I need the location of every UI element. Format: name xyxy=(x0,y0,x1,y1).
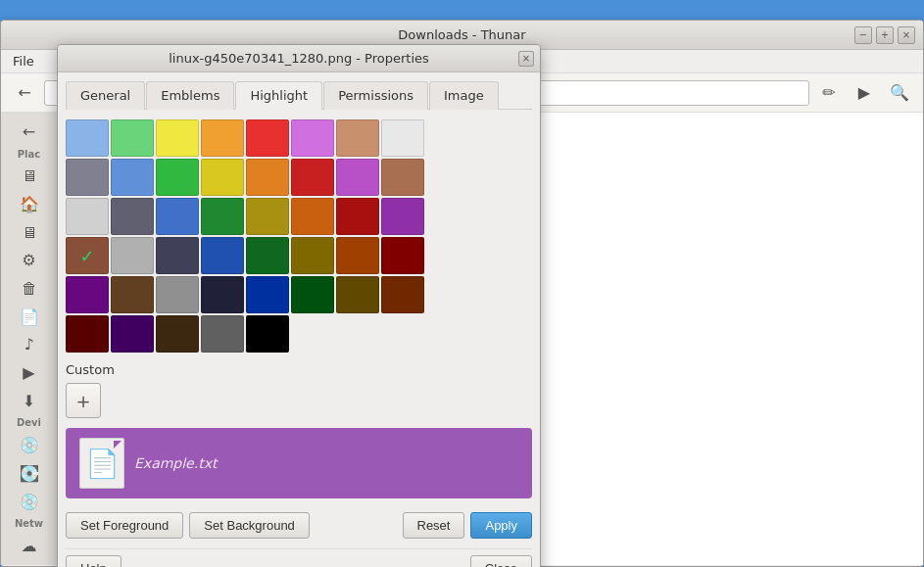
color-cell[interactable] xyxy=(156,119,199,157)
dialog-titlebar: linux-g450e70341_1280.png - Properties × xyxy=(58,45,540,72)
forward-button[interactable]: ▶ xyxy=(849,78,880,108)
color-cell[interactable] xyxy=(111,119,154,157)
sidebar-device3-icon[interactable]: 💿 xyxy=(1,489,57,515)
left-action-group: Set Foreground Set Background xyxy=(66,512,310,539)
sidebar-trash-icon[interactable]: 🗑 xyxy=(1,275,57,302)
custom-section: Custom + xyxy=(66,362,532,418)
color-cell[interactable] xyxy=(66,159,109,196)
preview-area: 📄 Example.txt xyxy=(66,428,532,498)
color-cell[interactable] xyxy=(381,159,424,196)
color-cell[interactable] xyxy=(336,237,379,274)
tab-image[interactable]: Image xyxy=(429,81,499,110)
color-cell[interactable] xyxy=(201,237,244,274)
dialog-close-footer-button[interactable]: Close xyxy=(470,555,532,567)
tab-general[interactable]: General xyxy=(66,81,145,110)
sidebar-device1-icon[interactable]: 💿 xyxy=(1,432,57,458)
back-button[interactable]: ← xyxy=(9,78,40,108)
color-cell[interactable] xyxy=(156,159,199,196)
color-cell[interactable] xyxy=(111,276,154,313)
color-cell[interactable] xyxy=(66,237,109,274)
reset-button[interactable]: Reset xyxy=(403,512,465,539)
color-cell[interactable] xyxy=(156,315,199,353)
window-controls: − + × xyxy=(854,26,915,44)
color-cell[interactable] xyxy=(336,119,379,157)
color-cell[interactable] xyxy=(66,315,109,353)
color-cell[interactable] xyxy=(201,276,244,313)
color-cell[interactable] xyxy=(381,198,424,235)
color-cell[interactable] xyxy=(291,198,334,235)
bottom-actions: Set Foreground Set Background Reset Appl… xyxy=(66,512,532,539)
sidebar-back-icon[interactable]: ← xyxy=(1,118,57,145)
add-custom-button[interactable]: + xyxy=(66,383,101,418)
maximize-button[interactable]: + xyxy=(876,26,894,44)
sidebar-device2-icon[interactable]: 💽 xyxy=(1,460,57,487)
color-cell[interactable] xyxy=(246,237,289,274)
color-cell[interactable] xyxy=(201,159,244,196)
color-cell[interactable] xyxy=(111,315,154,353)
thunar-title: Downloads - Thunar xyxy=(398,27,525,42)
color-cell[interactable] xyxy=(156,237,199,274)
color-cell[interactable] xyxy=(66,276,109,313)
places-label: Plac xyxy=(1,147,57,162)
dialog-body: General Emblems Highlight Permissions Im… xyxy=(58,72,540,567)
edit-button[interactable]: ✏ xyxy=(813,78,845,108)
help-button[interactable]: Help xyxy=(66,555,122,567)
devices-label: Devi xyxy=(1,415,57,430)
color-cell[interactable] xyxy=(336,198,379,235)
sidebar-home-icon[interactable]: 🏠 xyxy=(1,191,57,217)
preview-filename: Example.txt xyxy=(134,455,217,471)
dialog-title: linux-g450e70341_1280.png - Properties xyxy=(66,51,532,66)
color-cell[interactable] xyxy=(201,119,244,157)
color-cell[interactable] xyxy=(291,276,334,313)
color-cell[interactable] xyxy=(291,237,334,274)
file-menu[interactable]: File xyxy=(5,52,42,71)
set-background-button[interactable]: Set Background xyxy=(189,512,310,539)
color-cell[interactable] xyxy=(201,315,244,353)
color-cell[interactable] xyxy=(246,276,289,313)
tab-emblems[interactable]: Emblems xyxy=(146,81,234,110)
main-sidebar: ← Plac 🖥 🏠 🖥 ⚙ 🗑 📄 ♪ ▶ ⬇ Devi 💿 💽 💿 Netw… xyxy=(1,113,58,565)
color-cell[interactable] xyxy=(156,276,199,313)
color-cell[interactable] xyxy=(111,237,154,274)
color-cell[interactable] xyxy=(111,198,154,235)
tab-permissions[interactable]: Permissions xyxy=(323,81,428,110)
set-foreground-button[interactable]: Set Foreground xyxy=(66,512,183,539)
sidebar-desktop-icon[interactable]: 🖥 xyxy=(1,219,57,246)
color-cell[interactable] xyxy=(246,159,289,196)
right-action-group: Reset Apply xyxy=(403,512,533,539)
color-cell[interactable] xyxy=(246,119,289,157)
close-button[interactable]: × xyxy=(898,26,915,44)
sidebar-file-icon[interactable]: 📄 xyxy=(1,304,57,330)
color-cell[interactable] xyxy=(201,198,244,235)
color-cell[interactable] xyxy=(381,119,424,157)
sidebar-download-icon[interactable]: ⬇ xyxy=(1,388,57,414)
color-grid xyxy=(66,119,532,353)
color-cell[interactable] xyxy=(111,159,154,196)
tab-highlight[interactable]: Highlight xyxy=(235,81,322,110)
color-cell[interactable] xyxy=(156,198,199,235)
search-button[interactable]: 🔍 xyxy=(884,78,915,108)
tab-bar: General Emblems Highlight Permissions Im… xyxy=(66,80,532,110)
color-cell[interactable] xyxy=(66,198,109,235)
color-cell[interactable] xyxy=(246,315,289,353)
properties-dialog: linux-g450e70341_1280.png - Properties ×… xyxy=(57,44,541,567)
color-cell[interactable] xyxy=(381,276,424,313)
color-cell[interactable] xyxy=(66,119,109,157)
sidebar-cloud-icon[interactable]: ☁ xyxy=(1,533,57,559)
minimize-button[interactable]: − xyxy=(854,26,872,44)
network-label: Netw xyxy=(1,516,57,531)
color-cell[interactable] xyxy=(381,237,424,274)
color-cell[interactable] xyxy=(246,198,289,235)
dialog-close-button[interactable]: × xyxy=(518,51,534,67)
sidebar-monitor-icon[interactable]: 🖥 xyxy=(1,164,57,190)
color-cell[interactable] xyxy=(291,119,334,157)
apply-button[interactable]: Apply xyxy=(470,512,532,539)
custom-label: Custom xyxy=(66,362,532,377)
color-cell[interactable] xyxy=(291,159,334,196)
color-cell[interactable] xyxy=(336,159,379,196)
sidebar-video-icon[interactable]: ▶ xyxy=(1,359,57,386)
sidebar-music-icon[interactable]: ♪ xyxy=(1,331,57,357)
sidebar-settings-icon[interactable]: ⚙ xyxy=(1,248,57,274)
preview-file-icon: 📄 xyxy=(79,438,124,489)
color-cell[interactable] xyxy=(336,276,379,313)
